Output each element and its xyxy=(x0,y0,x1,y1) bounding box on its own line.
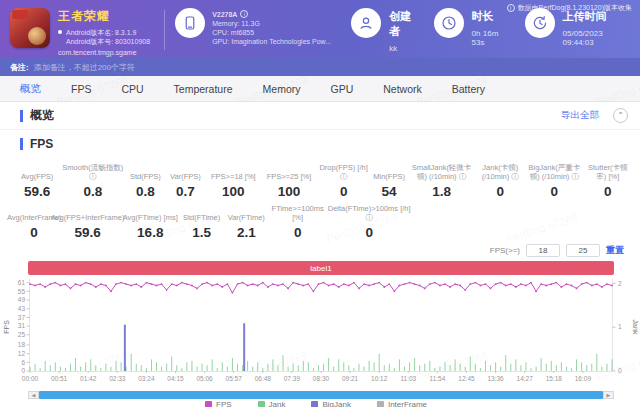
chart-label-banner[interactable]: label1 xyxy=(28,261,614,275)
stat-value: 100 xyxy=(261,184,317,199)
stat-value: 0 xyxy=(327,225,412,240)
stat-cell: Var(FPS)0.7 xyxy=(165,163,205,199)
stat-cell: BigJank(严重卡顿) (/10min) ⓘ0 xyxy=(525,163,584,199)
app-package: com.tencent.tmgp.sgame xyxy=(58,49,162,56)
fps-chart-svg[interactable]: 06121825313743495561012FPSJank00:0000:51… xyxy=(0,275,640,387)
tab-network[interactable]: Network xyxy=(383,83,422,95)
stat-value: 0 xyxy=(14,225,54,240)
svg-text:25: 25 xyxy=(18,331,26,338)
stat-label: Jank(卡顿) (/10min) ⓘ xyxy=(476,163,525,181)
svg-text:16:09: 16:09 xyxy=(575,375,592,382)
creator-label: 创建者 xyxy=(389,9,419,39)
svg-text:12: 12 xyxy=(18,350,26,357)
arrow-right-icon: ▶ xyxy=(607,392,611,398)
legend-label: FPS xyxy=(216,401,232,407)
svg-text:Jank: Jank xyxy=(632,320,639,335)
stat-cell: Smooth(流畅指数) ⓘ0.8 xyxy=(60,163,125,199)
svg-text:15:18: 15:18 xyxy=(546,375,563,382)
svg-text:61: 61 xyxy=(18,279,26,286)
watermark: PerfDog 67269 xyxy=(505,211,579,245)
svg-text:12:45: 12:45 xyxy=(458,375,475,382)
svg-text:6: 6 xyxy=(21,359,25,366)
stat-value: 100 xyxy=(206,184,262,199)
svg-text:09:21: 09:21 xyxy=(342,375,359,382)
stat-label: SmallJank(轻微卡顿) (/10min) ⓘ xyxy=(408,163,476,181)
fps-stats-row-1: Avg(FPS)59.6Smooth(流畅指数) ⓘ0.8Std(FPS)0.8… xyxy=(0,163,640,199)
scrollbar-left-arrow[interactable]: ◀ xyxy=(28,391,39,399)
title-accent-bar xyxy=(20,138,23,150)
info-icon[interactable]: i xyxy=(240,10,248,18)
legend-item[interactable]: FPS xyxy=(205,401,232,407)
header-divider xyxy=(164,10,165,50)
arrow-left-icon: ◀ xyxy=(32,392,36,398)
legend-marker-icon xyxy=(377,401,384,407)
stat-value: 54 xyxy=(371,184,408,199)
legend-item[interactable]: BigJank xyxy=(311,401,350,407)
svg-text:2: 2 xyxy=(618,280,622,287)
tab-temperature[interactable]: Temperature xyxy=(174,83,233,95)
svg-text:07:39: 07:39 xyxy=(284,375,301,382)
stat-cell: Avg(FPS+InterFrame)59.6 xyxy=(54,204,121,240)
stat-cell: Std(FTime)1.5 xyxy=(179,204,224,240)
stat-label: Smooth(流畅指数) ⓘ xyxy=(60,163,125,181)
svg-text:0: 0 xyxy=(21,367,25,374)
scrollbar-right-arrow[interactable]: ▶ xyxy=(603,391,614,399)
svg-text:55: 55 xyxy=(18,288,26,295)
note-label: 备注: xyxy=(10,62,29,73)
stat-label: Stutter(卡顿率) [%] xyxy=(584,163,632,181)
collapse-section-button[interactable]: ⌃ xyxy=(613,108,628,123)
tab-cpu[interactable]: CPU xyxy=(121,83,143,95)
stat-label: FTime>=100ms [%] xyxy=(269,204,327,222)
stat-value: 1.8 xyxy=(408,184,476,199)
note-bar[interactable]: 备注: 添加备注，不超过200个字符 xyxy=(0,58,640,76)
svg-text:37: 37 xyxy=(18,314,26,321)
legend-item[interactable]: Jank xyxy=(258,401,286,407)
upload-time-value: 05/05/2023 09:44:03 xyxy=(563,29,632,47)
fps-threshold-input-1[interactable] xyxy=(526,244,560,257)
android-version-name: Android版本名: 8.3.1.9 xyxy=(66,28,150,37)
stat-value: 0.8 xyxy=(125,184,165,199)
export-all-link[interactable]: 导出全部 xyxy=(561,109,599,122)
stat-cell: Drop(FPS) [/h] ⓘ0 xyxy=(317,163,371,199)
tab-battery[interactable]: Battery xyxy=(452,83,485,95)
stat-label: Min(FPS) xyxy=(371,163,408,181)
tab-fps[interactable]: FPS xyxy=(71,83,91,95)
stat-cell: FPS>=18 [%]100 xyxy=(206,163,262,199)
device-info-block: V2278A i Memory: 11.3G CPU: mt6855 GPU: … xyxy=(175,8,337,45)
stat-value: 0 xyxy=(476,184,525,199)
fps-threshold-input-2[interactable] xyxy=(566,244,600,257)
title-accent-bar xyxy=(20,110,23,122)
stat-label: Std(FTime) xyxy=(179,204,224,222)
report-header: i 数据由PerfDog(8.1.230120)版本收集 王者荣耀 Androi… xyxy=(0,0,640,58)
stat-value: 2.1 xyxy=(224,225,269,240)
fps-chart[interactable]: 06121825313743495561012FPSJank00:0000:51… xyxy=(0,275,640,391)
legend-item[interactable]: InterFrame xyxy=(377,401,427,407)
note-placeholder: 添加备注，不超过200个字符 xyxy=(34,62,135,73)
android-version-code: Android版本号: 803010908 xyxy=(66,37,150,46)
svg-text:08:30: 08:30 xyxy=(313,375,330,382)
svg-text:43: 43 xyxy=(18,305,26,312)
stat-value: 59.6 xyxy=(14,184,60,199)
svg-text:0: 0 xyxy=(618,367,622,374)
svg-text:04:15: 04:15 xyxy=(167,375,184,382)
svg-text:1: 1 xyxy=(618,323,622,330)
stat-label: Drop(FPS) [/h] ⓘ xyxy=(317,163,371,181)
info-icon: i xyxy=(507,4,515,12)
fps-title: FPS xyxy=(30,137,53,151)
legend-label: Jank xyxy=(269,401,286,407)
stat-value: 0 xyxy=(317,184,371,199)
chart-legend-clipped: FPSJankBigJankInterFrame xyxy=(0,401,640,407)
svg-text:14:27: 14:27 xyxy=(517,375,534,382)
stat-cell: Avg(FTime) [ms]16.8 xyxy=(121,204,179,240)
svg-text:06:48: 06:48 xyxy=(255,375,272,382)
scrollbar-thumb[interactable] xyxy=(39,391,603,399)
creator-value: kk xyxy=(389,44,419,53)
tab-概览[interactable]: 概览 xyxy=(20,82,41,96)
fps-threshold-label: FPS(>=) xyxy=(490,246,520,255)
tab-gpu[interactable]: GPU xyxy=(330,83,353,95)
tab-memory[interactable]: Memory xyxy=(263,83,301,95)
fps-stats-row-2: Avg(InterFrame)0Avg(FPS+InterFrame)59.6A… xyxy=(0,204,461,240)
legend-label: InterFrame xyxy=(388,401,427,407)
reset-button[interactable]: 重置 xyxy=(606,244,624,257)
perfdog-report-page: i 数据由PerfDog(8.1.230120)版本收集 王者荣耀 Androi… xyxy=(0,0,640,410)
